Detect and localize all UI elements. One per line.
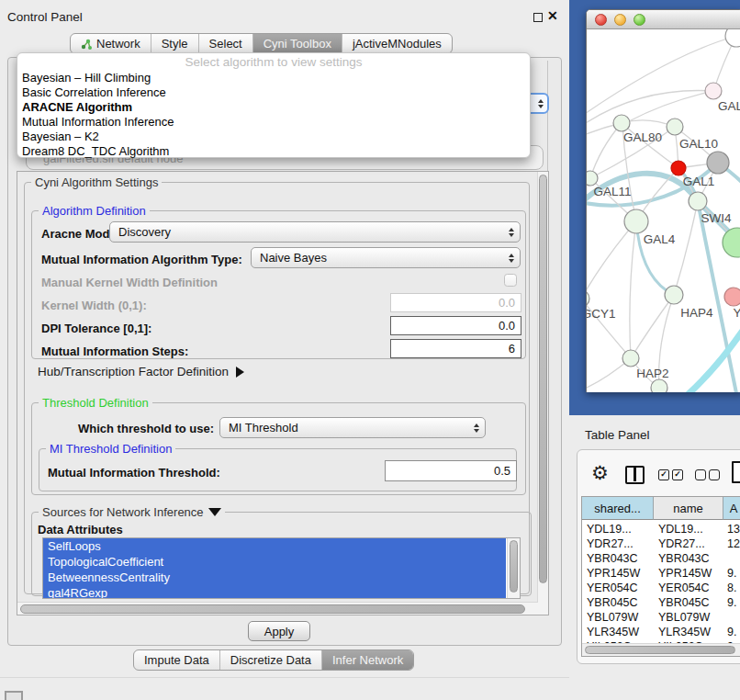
expanded-arrow-icon[interactable] [208, 508, 221, 516]
zoom-window-icon[interactable] [633, 14, 645, 26]
dpi-tolerance-field[interactable]: 0.0 [390, 316, 521, 335]
scrollbar-thumb[interactable] [585, 646, 735, 654]
float-icon[interactable] [533, 13, 543, 22]
network-node[interactable] [707, 152, 729, 174]
network-node[interactable] [724, 288, 740, 306]
tab-select[interactable]: Select [198, 34, 252, 53]
network-node[interactable] [587, 290, 589, 307]
settings-scrollpane: Cyni Algorithm Settings Algorithm Defini… [17, 171, 549, 615]
column-header-shared-name[interactable]: shared... [582, 497, 654, 520]
network-node[interactable] [671, 161, 686, 175]
network-node[interactable] [667, 119, 683, 135]
settings-vertical-scrollbar[interactable] [537, 172, 548, 615]
scrollbar-thumb[interactable] [20, 604, 525, 614]
table-row[interactable]: YDR27...YDR27...12 [582, 536, 740, 551]
algorithm-option[interactable]: ARACNE Algorithm [17, 100, 530, 115]
aracne-mode-combo[interactable]: Discovery [109, 221, 521, 243]
attribute-option[interactable]: gal4RGexp [43, 585, 506, 599]
attribute-listbox: SelfLoopsTopologicalCoefficientBetweenne… [42, 537, 521, 599]
column-header-name[interactable]: name [654, 497, 723, 520]
network-node[interactable] [723, 228, 740, 257]
table-row[interactable]: YER054CYER054C8. [582, 581, 740, 595]
node-label: GAL11 [593, 185, 631, 198]
table-row[interactable]: YBR043CYBR043C [582, 551, 740, 566]
network-canvas-svg: GAL2GAL80GAL10GAL1GAL11SWI4GAL4GCY1HAP4Y… [587, 29, 740, 392]
column-header-partial[interactable]: A [723, 497, 740, 520]
table-cell: YER054C [654, 581, 723, 594]
network-window-titlebar[interactable] [587, 10, 740, 29]
tab-label: Infer Network [332, 653, 403, 667]
algorithm-option[interactable]: Mutual Information Inference [17, 115, 530, 130]
close-icon[interactable]: ✕ [547, 8, 558, 23]
unchecked-box-icon[interactable] [695, 469, 706, 480]
group-title: Algorithm Definition [39, 204, 150, 218]
network-node[interactable] [613, 115, 630, 131]
tab-network[interactable]: Network [71, 34, 151, 53]
network-node[interactable] [622, 350, 639, 367]
network-window: GAL2GAL80GAL10GAL1GAL11SWI4GAL4GCY1HAP4Y… [586, 9, 740, 392]
dock-icon[interactable] [5, 691, 23, 700]
mi-type-combo[interactable]: Naive Bayes [251, 247, 521, 268]
tab-infer-network[interactable]: Infer Network [321, 650, 413, 670]
node-label: GAL2 [718, 99, 740, 113]
network-icon [81, 39, 92, 50]
table-cell: YBL079W [654, 611, 723, 624]
algorithm-option[interactable]: Bayesian – K2 [17, 130, 530, 144]
table-cell: YDL19... [654, 523, 723, 536]
node-label: HAP2 [636, 367, 668, 380]
table-row[interactable]: YDL19...YDL19...13 [582, 522, 740, 536]
node-label: Y [733, 306, 740, 320]
tab-label: jActiveMNodules [353, 37, 442, 51]
table-row[interactable]: YBR045CYBR045C9. [582, 595, 740, 610]
algorithm-option[interactable]: Dream8 DC_TDC Algorithm [17, 144, 530, 159]
column-label: A [730, 502, 738, 515]
settings-horizontal-scrollbar[interactable] [17, 602, 538, 615]
attribute-option[interactable]: TopologicalCoefficient [43, 554, 506, 570]
network-node[interactable] [725, 29, 740, 47]
mi-steps-field[interactable]: 6 [390, 339, 521, 358]
node-label: GAL10 [679, 137, 718, 151]
node-label: SWI4 [701, 211, 731, 225]
apply-button[interactable]: Apply [248, 621, 310, 641]
table-horizontal-scrollbar[interactable] [582, 643, 740, 656]
scrollbar-thumb[interactable] [510, 540, 518, 593]
unchecked-box-icon[interactable] [709, 469, 720, 480]
attribute-list-scrollbar[interactable] [507, 538, 520, 599]
algorithm-option[interactable]: Basic Correlation Inference [17, 85, 530, 100]
network-canvas[interactable]: GAL2GAL80GAL10GAL1GAL11SWI4GAL4GCY1HAP4Y… [587, 29, 740, 392]
table-cell: YBR043C [654, 552, 723, 565]
tab-style[interactable]: Style [151, 34, 198, 53]
top-tab-bar: Network Style Select Cyni Toolbox jActiv… [70, 33, 453, 54]
network-node[interactable] [624, 209, 648, 233]
panel-border-fragment [547, 61, 548, 171]
tab-cyni-toolbox[interactable]: Cyni Toolbox [252, 34, 342, 53]
tab-discretize-data[interactable]: Discretize Data [219, 650, 321, 670]
split-view-icon[interactable] [625, 466, 645, 484]
tab-impute-data[interactable]: Impute Data [134, 650, 219, 670]
scrollbar-thumb[interactable] [539, 175, 547, 583]
table-cell: YDL19... [582, 523, 654, 536]
which-threshold-combo[interactable]: MI Threshold [219, 417, 486, 438]
table-cell: 12 [723, 537, 740, 550]
network-node[interactable] [705, 83, 722, 99]
algorithm-option[interactable]: Bayesian – Hill Climbing [17, 71, 530, 85]
hub-definition-label: Hub/Transcription Factor Definition [38, 365, 229, 378]
network-node[interactable] [665, 286, 683, 304]
table-row[interactable]: YLR345WYLR345W9. [582, 625, 740, 639]
tab-jactivemnodules[interactable]: jActiveMNodules [342, 34, 452, 53]
checked-box-icon[interactable]: ✓ [672, 469, 683, 480]
attribute-option[interactable]: BetweennessCentrality [43, 570, 506, 585]
close-window-icon[interactable] [595, 14, 607, 26]
minimize-window-icon[interactable] [614, 14, 626, 26]
network-node[interactable] [689, 192, 707, 210]
table-row[interactable]: YBL079WYBL079W [582, 610, 740, 625]
attribute-option[interactable]: SelfLoops [43, 538, 506, 554]
gear-icon[interactable]: ⚙ [591, 463, 609, 482]
table-row[interactable]: YPR145WYPR145W9. [582, 566, 740, 581]
network-node[interactable] [651, 379, 667, 392]
checked-box-icon[interactable]: ✓ [658, 469, 669, 480]
document-icon[interactable] [732, 461, 740, 483]
mi-threshold-field[interactable]: 0.5 [385, 460, 517, 481]
hub-definition-expander[interactable]: Hub/Transcription Factor Definition [38, 365, 244, 378]
network-node[interactable] [587, 171, 598, 186]
